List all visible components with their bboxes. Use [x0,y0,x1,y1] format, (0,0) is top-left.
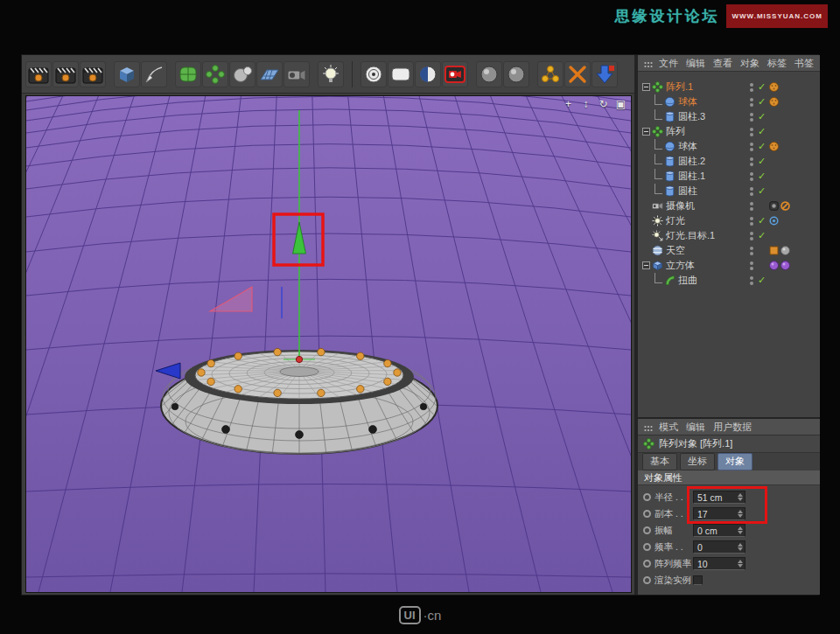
field-input[interactable]: 0 cm [693,524,746,537]
spinner-icon[interactable] [738,543,743,551]
enabled-check[interactable]: ✓ [757,109,766,124]
om-panel-icon[interactable] [644,59,653,66]
array-generator-icon[interactable] [202,61,228,87]
visibility-dots[interactable] [750,247,753,255]
enabled-check[interactable]: ✓ [757,154,766,169]
enabled-check[interactable]: ✓ [757,124,766,139]
visibility-dots[interactable] [750,172,753,181]
tree-item-cylinder[interactable]: 圆柱✓ [638,184,820,199]
floor-icon[interactable] [256,61,283,87]
enabled-check[interactable]: ✓ [757,213,766,228]
material-1-icon[interactable] [476,61,502,87]
am-menu-edit[interactable]: 编辑 [686,421,705,434]
enabled-check[interactable]: ✓ [757,80,766,94]
tree-item-light-target-1[interactable]: 灯光.目标.1✓ [638,228,820,243]
target-blue-tag-icon[interactable] [769,216,779,226]
material-2-icon[interactable] [503,61,529,87]
texture-orange-tag-icon[interactable] [769,82,779,92]
visibility-dots[interactable] [750,187,753,196]
visibility-dots[interactable] [750,143,753,151]
tree-item-sphere-2[interactable]: 球体✓ [638,139,820,154]
cube-primitive-icon[interactable] [114,61,140,87]
field-input[interactable]: 10 [693,557,746,570]
tree-item-sphere-1[interactable]: 球体✓ [638,94,820,109]
spinner-icon[interactable] [738,493,743,501]
field-input[interactable]: 51 cm [693,491,746,504]
tab-coords[interactable]: 坐标 [680,453,715,470]
pan-view-icon[interactable]: + [563,98,574,110]
tree-item-sky[interactable]: 天空 [638,243,820,258]
spinner-icon[interactable] [738,526,743,534]
om-menu-bookmarks[interactable]: 书签 [794,57,814,70]
clapperboard-3-icon[interactable] [80,61,106,87]
visibility-dots[interactable] [750,276,753,285]
collapse-toggle-icon[interactable] [642,83,650,91]
am-panel-icon[interactable] [644,423,653,430]
toggle-view-icon[interactable]: ▣ [615,98,626,110]
spinner-icon[interactable] [738,560,743,568]
enabled-check[interactable]: ✓ [757,139,766,154]
visibility-dots[interactable] [750,202,753,211]
om-menu-tags[interactable]: 标签 [767,57,787,70]
visibility-dots[interactable] [750,261,753,270]
mat-purple-tag-icon[interactable] [780,261,790,270]
keyframe-circle-icon[interactable] [643,560,651,568]
tab-basic[interactable]: 基本 [642,453,677,470]
rotate-view-icon[interactable]: ↻ [598,98,609,110]
axis-lock-icon[interactable] [564,61,591,87]
viewport[interactable]: +↕↻▣ [25,95,632,593]
texture-orange-tag-icon[interactable] [769,142,779,151]
camera-icon[interactable] [284,61,310,87]
interactive-render-icon[interactable] [415,61,441,87]
keyframe-circle-icon[interactable] [643,526,651,534]
om-menu-edit[interactable]: 编辑 [686,57,705,70]
torus-model[interactable] [161,348,438,454]
light-icon[interactable] [318,61,344,87]
keyframe-circle-icon[interactable] [643,543,651,551]
mat-purple-tag-icon[interactable] [769,261,779,270]
clapperboard-2-icon[interactable] [52,61,79,87]
texture-orange-tag-icon[interactable] [769,97,779,107]
tree-item-cylinder-1[interactable]: 圆柱.1✓ [638,169,820,184]
om-menu-view[interactable]: 查看 [713,57,732,70]
enabled-check[interactable]: ✓ [757,273,766,288]
display-dark-tag-icon[interactable] [769,201,779,211]
visibility-dots[interactable] [750,217,753,226]
spline-pen-icon[interactable] [141,61,167,87]
tree-item-light[interactable]: 灯光✓ [638,213,820,228]
collapse-toggle-icon[interactable] [642,128,650,136]
om-menu-objects[interactable]: 对象 [740,57,760,70]
keyframe-circle-icon[interactable] [643,576,651,584]
collapse-toggle-icon[interactable] [642,261,650,269]
coordinates-icon[interactable] [537,61,564,87]
field-checkbox[interactable] [693,575,703,585]
tree-item-cylinder-2[interactable]: 圆柱.2✓ [638,154,820,169]
subdivision-surface-icon[interactable] [175,61,201,87]
tab-object[interactable]: 对象 [718,453,752,470]
attribute-section-header[interactable]: 对象属性 [638,470,820,485]
spinner-icon[interactable] [738,510,743,518]
tree-item-array-1[interactable]: 阵列.1✓ [638,80,820,94]
forbidden-orange-tag-icon[interactable] [780,201,790,211]
tree-item-twist[interactable]: 扭曲✓ [638,273,820,288]
viewport-canvas[interactable] [26,96,631,592]
enabled-check[interactable]: ✓ [757,228,766,243]
om-menu-file[interactable]: 文件 [659,57,678,70]
visibility-dots[interactable] [750,113,753,122]
am-menu-user-data[interactable]: 用户数据 [713,421,752,434]
visibility-dots[interactable] [750,128,753,136]
tree-item-camera[interactable]: 摄像机 [638,199,820,213]
enabled-check[interactable]: ✓ [757,184,766,199]
visibility-dots[interactable] [750,232,753,240]
tree-item-array[interactable]: 阵列✓ [638,124,820,139]
am-menu-mode[interactable]: 模式 [659,421,678,434]
compose-orange-tag-icon[interactable] [769,246,779,255]
enabled-check[interactable]: ✓ [757,169,766,184]
render-settings-icon[interactable] [442,61,468,87]
tree-item-cylinder-3[interactable]: 圆柱.3✓ [638,109,820,124]
world-grid-icon[interactable] [592,61,618,87]
visibility-dots[interactable] [750,157,753,166]
enabled-check[interactable]: ✓ [757,94,766,109]
field-input[interactable]: 17 [693,507,746,520]
visibility-dots[interactable] [750,98,753,107]
